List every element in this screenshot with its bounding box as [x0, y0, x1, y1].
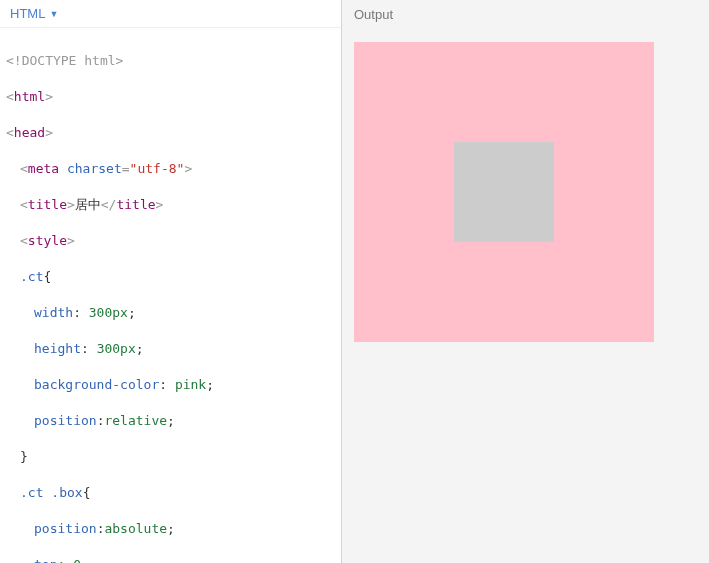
- preview-box: [454, 142, 554, 242]
- code-text: top: [34, 557, 57, 563]
- code-text: >: [156, 197, 164, 212]
- code-text: ;: [167, 521, 175, 536]
- code-text: <!DOCTYPE html>: [6, 53, 123, 68]
- code-text: 居中: [75, 197, 101, 212]
- code-text: :: [81, 341, 97, 356]
- code-text: ;: [136, 341, 144, 356]
- code-text: [59, 161, 67, 176]
- code-text: 0: [73, 557, 81, 563]
- code-text: width: [34, 305, 73, 320]
- code-text: .ct .box: [20, 485, 83, 500]
- output-label: Output: [342, 0, 709, 28]
- code-text: <: [20, 197, 28, 212]
- code-text: relative: [104, 413, 167, 428]
- code-text: title: [28, 197, 67, 212]
- code-text: background-color: [34, 377, 159, 392]
- code-text: >: [45, 125, 53, 140]
- code-text: {: [83, 485, 91, 500]
- code-text: >: [45, 89, 53, 104]
- code-text: pink: [175, 377, 206, 392]
- code-text: meta: [28, 161, 59, 176]
- chevron-down-icon: ▼: [49, 9, 58, 19]
- code-text: :: [57, 557, 73, 563]
- code-text: <: [20, 233, 28, 248]
- code-text: .ct: [20, 269, 43, 284]
- code-text: head: [14, 125, 45, 140]
- code-text: >: [67, 197, 75, 212]
- code-text: 300px: [89, 305, 128, 320]
- output-pane: Output: [342, 0, 709, 563]
- code-text: 300px: [97, 341, 136, 356]
- code-text: ;: [167, 413, 175, 428]
- code-text: height: [34, 341, 81, 356]
- code-text: :: [159, 377, 175, 392]
- code-text: ;: [206, 377, 214, 392]
- code-text: html: [14, 89, 45, 104]
- output-label-text: Output: [354, 7, 393, 22]
- code-text: >: [184, 161, 192, 176]
- code-text: >: [67, 233, 75, 248]
- code-text: ;: [81, 557, 89, 563]
- code-text: absolute: [104, 521, 167, 536]
- split-container: HTML ▼ <!DOCTYPE html> <html> <head> <me…: [0, 0, 709, 563]
- code-text: position: [34, 413, 97, 428]
- code-tab-label: HTML: [10, 6, 45, 21]
- output-area: [342, 28, 709, 563]
- code-text: <: [6, 89, 14, 104]
- code-pane: HTML ▼ <!DOCTYPE html> <html> <head> <me…: [0, 0, 342, 563]
- preview-container: [354, 42, 654, 342]
- code-tab[interactable]: HTML ▼: [0, 0, 341, 28]
- code-editor[interactable]: <!DOCTYPE html> <html> <head> <meta char…: [0, 28, 341, 563]
- code-text: <: [6, 125, 14, 140]
- code-text: position: [34, 521, 97, 536]
- code-text: "utf-8": [130, 161, 185, 176]
- code-text: =: [122, 161, 130, 176]
- code-text: charset: [67, 161, 122, 176]
- code-text: }: [20, 449, 28, 464]
- code-text: <: [20, 161, 28, 176]
- code-text: {: [43, 269, 51, 284]
- code-text: ;: [128, 305, 136, 320]
- code-text: </: [101, 197, 117, 212]
- code-text: style: [28, 233, 67, 248]
- code-text: title: [116, 197, 155, 212]
- code-text: :: [73, 305, 89, 320]
